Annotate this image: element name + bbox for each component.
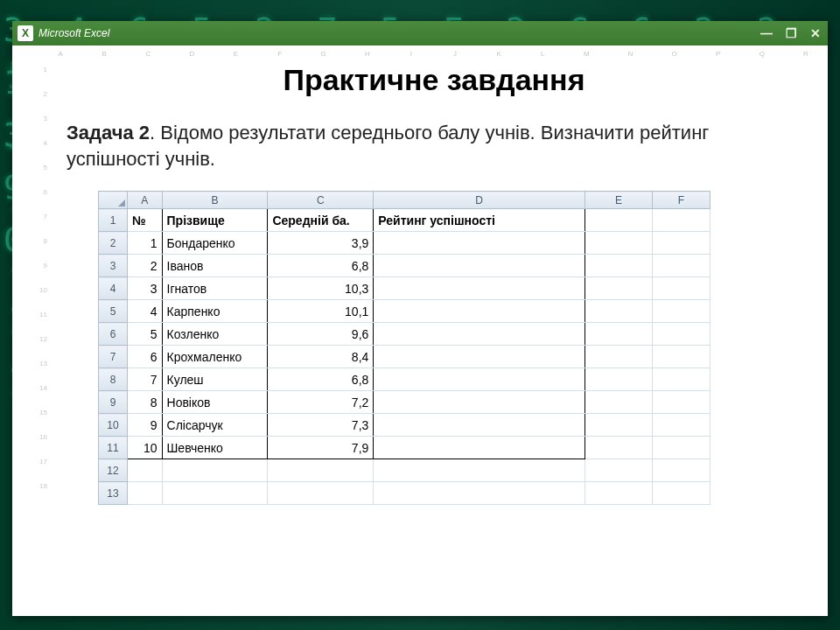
cell[interactable] xyxy=(374,346,585,368)
cell[interactable]: 3,9 xyxy=(268,232,374,255)
col-header-C[interactable]: C xyxy=(268,192,374,209)
cell[interactable]: 9 xyxy=(127,414,162,437)
cell[interactable] xyxy=(585,300,653,323)
col-header-B[interactable]: B xyxy=(162,192,268,209)
cell[interactable] xyxy=(127,482,162,505)
row-header[interactable]: 9 xyxy=(99,391,128,414)
cell[interactable] xyxy=(268,482,374,505)
cell[interactable] xyxy=(374,391,585,414)
cell[interactable] xyxy=(374,414,585,437)
cell[interactable] xyxy=(653,232,710,255)
cell[interactable]: Карпенко xyxy=(162,300,268,323)
row-header[interactable]: 10 xyxy=(99,414,128,437)
cell[interactable] xyxy=(268,459,374,482)
cell[interactable] xyxy=(585,437,653,459)
cell[interactable]: № xyxy=(127,209,162,232)
cell[interactable] xyxy=(585,391,653,414)
cell[interactable] xyxy=(653,437,710,459)
cell[interactable]: 3 xyxy=(127,277,162,300)
cell[interactable] xyxy=(653,482,710,505)
cell[interactable] xyxy=(162,459,268,482)
cell[interactable]: Іванов xyxy=(162,255,268,277)
cell[interactable]: Рейтинг успішності xyxy=(374,209,585,232)
cell[interactable] xyxy=(374,323,585,346)
cell[interactable] xyxy=(585,414,653,437)
cell[interactable]: Шевченко xyxy=(162,437,268,459)
cell[interactable]: Середній ба. xyxy=(268,209,374,232)
cell[interactable] xyxy=(585,482,653,505)
row-header[interactable]: 13 xyxy=(99,482,128,505)
select-all-corner[interactable] xyxy=(99,192,128,209)
cell[interactable] xyxy=(374,459,585,482)
cell[interactable]: 7,9 xyxy=(268,437,374,459)
cell[interactable] xyxy=(653,323,710,346)
row-header[interactable]: 8 xyxy=(99,368,128,391)
cell[interactable] xyxy=(374,368,585,391)
cell[interactable]: 8,4 xyxy=(268,346,374,368)
cell[interactable] xyxy=(585,459,653,482)
minimize-button[interactable]: — xyxy=(760,26,774,40)
cell[interactable]: 10,3 xyxy=(268,277,374,300)
cell[interactable] xyxy=(374,437,585,459)
cell[interactable]: Бондаренко xyxy=(162,232,268,255)
row-header[interactable]: 11 xyxy=(99,437,128,459)
cell[interactable] xyxy=(585,277,653,300)
cell[interactable]: 7 xyxy=(127,368,162,391)
cell[interactable] xyxy=(653,255,710,277)
cell[interactable]: 7,3 xyxy=(268,414,374,437)
cell[interactable] xyxy=(162,482,268,505)
row-header[interactable]: 3 xyxy=(99,255,128,277)
cell[interactable]: 5 xyxy=(127,323,162,346)
maximize-button[interactable]: ❐ xyxy=(784,26,798,40)
row-header[interactable]: 4 xyxy=(99,277,128,300)
row-header[interactable]: 7 xyxy=(99,346,128,368)
cell[interactable] xyxy=(653,414,710,437)
cell[interactable]: 9,6 xyxy=(268,323,374,346)
cell[interactable] xyxy=(374,300,585,323)
cell[interactable] xyxy=(374,255,585,277)
cell[interactable] xyxy=(653,459,710,482)
col-header-D[interactable]: D xyxy=(374,192,585,209)
cell[interactable] xyxy=(374,277,585,300)
col-header-A[interactable]: A xyxy=(127,192,162,209)
cell[interactable] xyxy=(653,209,710,232)
cell[interactable]: Слісарчук xyxy=(162,414,268,437)
cell[interactable]: 6,8 xyxy=(268,368,374,391)
cell[interactable]: 10,1 xyxy=(268,300,374,323)
cell[interactable] xyxy=(653,277,710,300)
cell[interactable]: 10 xyxy=(127,437,162,459)
cell[interactable] xyxy=(585,255,653,277)
cell[interactable]: Новіков xyxy=(162,391,268,414)
cell[interactable] xyxy=(653,368,710,391)
row-header[interactable]: 6 xyxy=(99,323,128,346)
cell[interactable] xyxy=(374,482,585,505)
row-header[interactable]: 1 xyxy=(99,209,128,232)
cell[interactable]: 6 xyxy=(127,346,162,368)
cell[interactable]: 7,2 xyxy=(268,391,374,414)
col-header-E[interactable]: E xyxy=(585,192,653,209)
cell[interactable]: 2 xyxy=(127,255,162,277)
cell[interactable]: Ігнатов xyxy=(162,277,268,300)
row-header[interactable]: 12 xyxy=(99,459,128,482)
close-button[interactable]: ✕ xyxy=(808,26,822,40)
row-header[interactable]: 5 xyxy=(99,300,128,323)
cell[interactable]: 6,8 xyxy=(268,255,374,277)
cell[interactable]: Козленко xyxy=(162,323,268,346)
cell[interactable] xyxy=(585,346,653,368)
cell[interactable] xyxy=(653,391,710,414)
cell[interactable]: 1 xyxy=(127,232,162,255)
cell[interactable] xyxy=(585,368,653,391)
cell[interactable]: 4 xyxy=(127,300,162,323)
cell[interactable] xyxy=(653,346,710,368)
cell[interactable] xyxy=(585,232,653,255)
cell[interactable] xyxy=(585,323,653,346)
cell[interactable]: 8 xyxy=(127,391,162,414)
cell[interactable] xyxy=(127,459,162,482)
cell[interactable] xyxy=(585,209,653,232)
cell[interactable]: Прізвище xyxy=(162,209,268,232)
cell[interactable]: Крохмаленко xyxy=(162,346,268,368)
col-header-F[interactable]: F xyxy=(653,192,710,209)
row-header[interactable]: 2 xyxy=(99,232,128,255)
cell[interactable]: Кулеш xyxy=(162,368,268,391)
cell[interactable] xyxy=(653,300,710,323)
